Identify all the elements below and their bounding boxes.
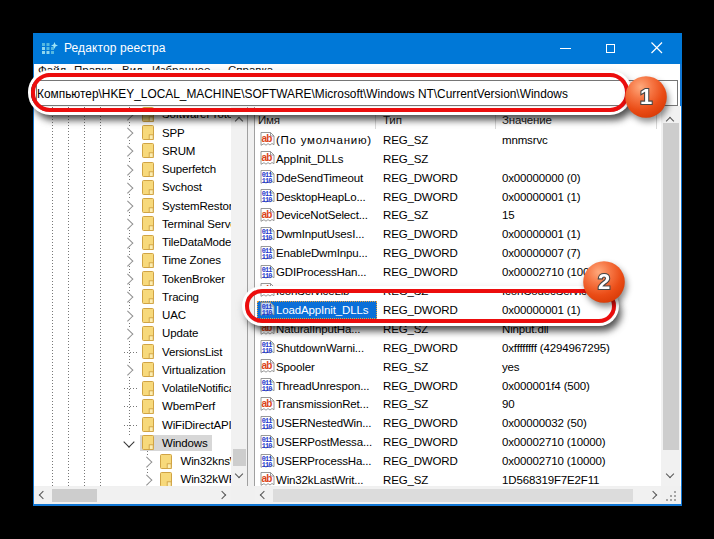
- svg-text:110: 110: [262, 195, 273, 203]
- svg-text:ab: ab: [262, 322, 273, 333]
- svg-text:ab: ab: [262, 398, 273, 409]
- svg-text:ab: ab: [262, 133, 273, 144]
- svg-text:ab: ab: [262, 360, 273, 371]
- svg-text:ab: ab: [262, 152, 273, 163]
- svg-text:110: 110: [262, 384, 273, 392]
- svg-text:2: 2: [598, 269, 610, 294]
- svg-text:110: 110: [262, 441, 273, 449]
- svg-text:1: 1: [639, 84, 651, 109]
- svg-text:110: 110: [262, 233, 273, 241]
- svg-text:ab: ab: [262, 474, 273, 485]
- svg-text:110: 110: [262, 460, 273, 468]
- svg-text:110: 110: [262, 177, 273, 185]
- svg-text:110: 110: [262, 422, 273, 430]
- svg-text:110: 110: [262, 271, 273, 279]
- svg-text:110: 110: [262, 252, 273, 260]
- svg-text:ab: ab: [262, 209, 273, 220]
- svg-text:110: 110: [262, 347, 273, 355]
